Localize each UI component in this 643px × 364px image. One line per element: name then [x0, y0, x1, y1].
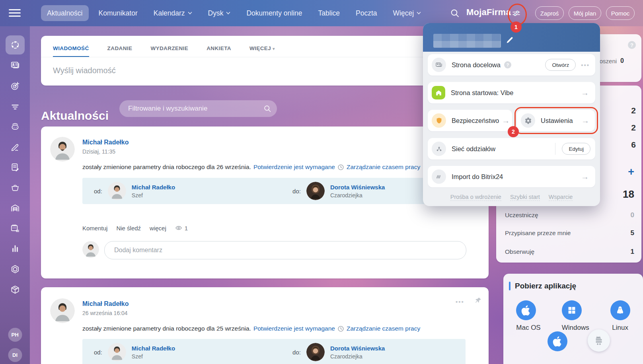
- app-linux[interactable]: Linux: [610, 300, 630, 332]
- sidebar-item-market[interactable]: [10, 264, 20, 274]
- nav-komunikator[interactable]: Komunikator: [93, 5, 144, 21]
- unfollow-action[interactable]: Nie śledź: [116, 225, 141, 232]
- filter-search-input[interactable]: [127, 104, 263, 113]
- app-macos[interactable]: Mac OS: [516, 300, 540, 332]
- avatar[interactable]: [108, 182, 126, 200]
- arrow-right-icon: →: [502, 117, 510, 125]
- search-icon[interactable]: [450, 8, 460, 18]
- bar-chart-icon: [10, 243, 20, 254]
- edit-pencil-icon[interactable]: [505, 36, 514, 45]
- more-ellipsis[interactable]: •••: [581, 62, 590, 68]
- avatar[interactable]: [50, 137, 75, 162]
- help-icon[interactable]: ?: [628, 41, 636, 49]
- sidebar-item-crm[interactable]: [10, 60, 20, 70]
- sidebar-item-copilot[interactable]: [10, 122, 20, 132]
- portal-settings-sliders-icon[interactable]: [511, 8, 521, 18]
- widget-row[interactable]: Przypisane przeze mnie 5: [496, 224, 641, 242]
- sidebar-item-avatar-ph[interactable]: PH: [8, 328, 22, 342]
- hamburger-menu-icon[interactable]: [9, 9, 21, 17]
- nav-aktualnosci[interactable]: Aktualności: [41, 5, 89, 21]
- help-button[interactable]: Pomoc: [606, 6, 635, 20]
- more-action[interactable]: więcej: [150, 225, 166, 232]
- sidebar-item-feed[interactable]: [6, 35, 25, 55]
- tab-wiadomosc[interactable]: WIADOMOŚĆ: [53, 45, 89, 57]
- sidebar-item-schedule[interactable]: [10, 223, 20, 234]
- menu-item-security[interactable]: Bezpieczeństwo →: [428, 110, 512, 131]
- tab-zadanie[interactable]: ZADANIE: [107, 45, 132, 57]
- time-management-link[interactable]: Zarządzanie czasem pracy: [347, 164, 420, 171]
- widget-row[interactable]: Uczestniczę 0: [496, 206, 641, 224]
- to-person-link[interactable]: Dorota Wiśniewska: [330, 184, 385, 191]
- menu-item-start-page[interactable]: Strona startowa: Vibe →: [428, 82, 595, 103]
- nav-dokumenty[interactable]: Dokumenty online: [240, 5, 308, 21]
- tab-wiecej[interactable]: WIĘCEJ ▾: [249, 45, 275, 57]
- sidebar-item-sign[interactable]: [10, 142, 20, 152]
- menu-item-import[interactable]: Import do Bitrix24 →: [428, 166, 595, 187]
- from-person-link[interactable]: Michał Radełko: [132, 184, 175, 191]
- post-author-link[interactable]: Michał Radełko: [82, 139, 129, 146]
- avatar[interactable]: [108, 343, 126, 361]
- menu-item-label: Import do Bitrix24: [452, 173, 503, 181]
- add-task-button[interactable]: +: [628, 166, 634, 178]
- menu-item-branch-network[interactable]: Sieć oddziałów Edytuj: [428, 138, 595, 160]
- post-menu-ellipsis[interactable]: •••: [456, 298, 464, 305]
- edit-button[interactable]: Edytuj: [562, 143, 590, 155]
- menu-item-landing[interactable]: Strona docelowa ? Otwórz •••: [428, 54, 595, 76]
- to-person-role: Czarodziejka: [330, 353, 385, 360]
- comment-input[interactable]: [104, 241, 466, 259]
- sidebar-item-shop[interactable]: [10, 183, 20, 193]
- nav-wiecej[interactable]: Więcej: [387, 5, 427, 21]
- support-link[interactable]: Wsparcie: [549, 194, 573, 201]
- tab-wydarzenie[interactable]: WYDARZENIE: [150, 45, 188, 57]
- post-text: zostały zmienione parametry dnia robocze…: [82, 325, 420, 332]
- sidebar-item-avatar-di[interactable]: DI: [8, 348, 22, 362]
- android-icon[interactable]: [588, 329, 610, 352]
- post-author-link[interactable]: Michał Radełko: [82, 300, 129, 308]
- to-label: do:: [292, 349, 301, 356]
- pin-icon[interactable]: [474, 297, 482, 305]
- post-actions: Komentuj Nie śledź więcej 1: [82, 224, 188, 232]
- clock-icon: [337, 325, 344, 332]
- menu-item-settings[interactable]: Ustawienia →: [517, 110, 595, 131]
- menu-item-label: Ustawienia: [541, 117, 573, 125]
- avatar[interactable]: [306, 182, 325, 200]
- nav-poczta[interactable]: Poczta: [350, 5, 383, 21]
- app-windows[interactable]: Windows: [562, 300, 589, 332]
- my-plan-button[interactable]: Mój plan: [569, 6, 601, 20]
- invite-button[interactable]: Zaproś: [535, 6, 564, 20]
- feed-filter: [119, 100, 277, 117]
- menu-item-label: Strona startowa: Vibe: [451, 89, 513, 97]
- total-count[interactable]: 18: [623, 188, 634, 200]
- sidebar-item-sales-funnel[interactable]: [10, 102, 20, 112]
- widget-row[interactable]: Obserwuję 1: [496, 243, 641, 261]
- search-icon[interactable]: [263, 105, 271, 113]
- portal-domain-blurred: [433, 34, 501, 48]
- implementation-request-link[interactable]: Prośba o wdrożenie: [450, 194, 501, 201]
- to-person-link[interactable]: Dorota Wiśniewska: [330, 345, 385, 352]
- time-management-link[interactable]: Zarządzanie czasem pracy: [347, 325, 420, 332]
- sidebar-item-warehouse[interactable]: [10, 203, 20, 213]
- quick-start-link[interactable]: Szybki start: [510, 194, 540, 201]
- help-icon[interactable]: ?: [504, 61, 511, 68]
- nav-kalendarz[interactable]: Kalendarz: [148, 5, 198, 21]
- sidebar-item-inventory[interactable]: [10, 284, 20, 295]
- avatar[interactable]: [50, 298, 75, 323]
- confirmation-link[interactable]: Potwierdzenie jest wymagane: [253, 325, 335, 332]
- message-input[interactable]: [41, 57, 411, 75]
- apple-icon[interactable]: [548, 331, 567, 351]
- from-person-role: Szef: [132, 192, 175, 199]
- nav-dysk[interactable]: Dysk: [202, 5, 237, 21]
- from-person-link[interactable]: Michał Radełko: [132, 345, 175, 352]
- sidebar-item-documents[interactable]: [10, 162, 20, 173]
- confirmation-link[interactable]: Potwierdzenie jest wymagane: [253, 164, 335, 171]
- funnel-icon: [10, 102, 20, 112]
- top-bar: Aktualności Komunikator Kalendarz Dysk D…: [0, 0, 643, 26]
- avatar[interactable]: [306, 343, 325, 361]
- nav-tablice[interactable]: Tablice: [312, 5, 346, 21]
- tab-ankieta[interactable]: ANKIETA: [207, 45, 231, 57]
- comment-action[interactable]: Komentuj: [82, 225, 107, 232]
- portal-name[interactable]: MojaFirma: [466, 7, 511, 18]
- open-button[interactable]: Otwórz: [545, 59, 576, 71]
- sidebar-item-analytics[interactable]: [10, 243, 20, 254]
- sidebar-item-marketing[interactable]: [10, 81, 20, 91]
